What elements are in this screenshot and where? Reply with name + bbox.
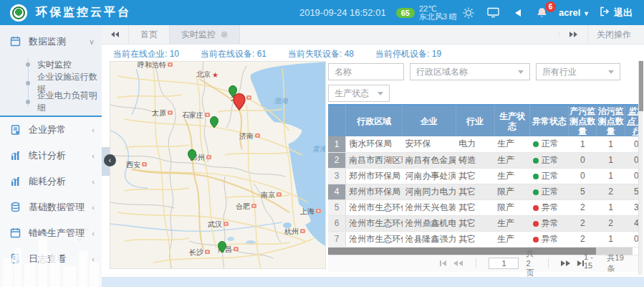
next-page-button[interactable] xyxy=(561,260,570,266)
produce-points-cell: 2 xyxy=(569,215,597,231)
chevron-left-icon: ‹ xyxy=(92,203,95,212)
region-cell: 沧州市生态环保局 xyxy=(346,231,403,247)
map-city-label: 太原 xyxy=(152,109,166,117)
logout-button[interactable]: 退出 xyxy=(600,6,633,19)
last-page-button[interactable] xyxy=(577,260,584,266)
map-city-badge-dot xyxy=(206,251,208,253)
sound-icon[interactable] xyxy=(510,6,524,20)
map-city-badge-dot xyxy=(169,64,170,65)
sidebar-item-5[interactable]: 错峰生产管理‹ xyxy=(0,220,102,246)
column-header[interactable]: 治污监测点数量 xyxy=(597,105,625,136)
sidebar-item-label: 日志查看 xyxy=(29,253,66,265)
logout-icon xyxy=(600,6,610,19)
notification-count-badge[interactable]: 6 xyxy=(545,1,556,12)
table-row[interactable]: 3郑州市环保局河南办事处演示其它生产正常010 xyxy=(328,168,638,184)
tabs-scroll-right-icon[interactable] xyxy=(559,32,587,37)
tab-close-icon[interactable]: ⊗ xyxy=(221,29,228,39)
close-operations-button[interactable]: 关闭操作 xyxy=(587,25,644,44)
record-range-label: 1 - 15 xyxy=(584,253,600,274)
production-status-select[interactable]: 生产状态 xyxy=(328,85,390,102)
table-row[interactable]: 6沧州市生态环保局沧州鼎鑫机电设备其它生产异常224 xyxy=(328,215,638,231)
map-city-badge-dot xyxy=(256,135,258,136)
sidebar-item-label: 数据监测 xyxy=(29,35,66,48)
wind-label: 东北风3 晴 xyxy=(419,13,457,21)
column-header[interactable]: 行业 xyxy=(456,105,494,136)
column-header[interactable]: 企业 xyxy=(403,105,456,136)
page-number-input[interactable] xyxy=(489,258,519,269)
prev-page-button[interactable] xyxy=(453,260,463,266)
status-dot-icon xyxy=(533,141,539,147)
app-window: 环保监控云平台 2019-09-24 16:52:01 65 22℃ 东北风3 … xyxy=(0,0,644,287)
first-page-button[interactable] xyxy=(440,260,446,266)
collapse-map-button[interactable]: ‹ xyxy=(104,154,116,166)
production-status-cell: 限产 xyxy=(494,199,530,215)
produce-points-cell: 0 xyxy=(569,168,597,184)
column-header[interactable]: 产污监测点数量 xyxy=(569,105,597,136)
sidebar-item-label: 企业异常 xyxy=(29,123,66,136)
map-city-label: 上海 xyxy=(299,207,314,215)
column-header[interactable]: 行政区域 xyxy=(346,105,403,136)
industry-cell: 电力 xyxy=(456,136,494,152)
industry-cell: 其它 xyxy=(456,168,494,184)
map-city-label: 武汉 xyxy=(208,220,222,228)
map-city-badge-dot xyxy=(302,230,303,232)
sidebar-item-label: 统计分析 xyxy=(29,149,66,162)
app-title: 环保监控云平台 xyxy=(36,5,131,20)
table-row[interactable]: 2南昌市西湖区环保局南昌有色金属有限公司铸造生产正常010 xyxy=(328,152,638,168)
sidebar-subitem[interactable]: 企业电力负荷明细 xyxy=(0,93,102,111)
tabs-scroll-left-icon[interactable] xyxy=(102,25,129,44)
record-total-label: 共19条 xyxy=(607,253,627,274)
sidebar-item-0[interactable]: 数据监测∨ xyxy=(0,29,102,54)
sidebar-item-2[interactable]: 统计分析‹ xyxy=(0,143,102,169)
map-city-label: 石家庄 xyxy=(182,111,203,119)
sidebar-item-3[interactable]: 能耗分析‹ xyxy=(0,169,102,194)
tab-1[interactable]: 实时监控⊗ xyxy=(169,25,240,44)
industry-cell: 其它 xyxy=(456,215,494,231)
treat-points-cell: 1 xyxy=(597,231,625,247)
row-number-cell: 1 xyxy=(328,136,346,152)
sidebar-item-label: 基础数据管理 xyxy=(29,201,85,214)
chevron-left-icon: ‹ xyxy=(92,126,95,134)
bell-icon[interactable]: 6 xyxy=(534,6,549,20)
chevron-left-icon: ‹ xyxy=(92,177,95,186)
abnormal-status-cell: 正常 xyxy=(530,184,569,199)
map-panel[interactable]: 呼和浩特北京★天津太原石家庄济南西安郑州南京合肥上海武汉杭州长沙南昌渤海黄海 xyxy=(110,61,326,269)
table-row[interactable]: 1衡水环保局安环保电力生产正常110 xyxy=(328,136,638,152)
row-number-cell: 3 xyxy=(328,168,346,184)
column-header[interactable]: 异常状态 xyxy=(530,105,569,136)
column-header[interactable]: 生产状态 xyxy=(494,105,530,136)
table-row[interactable]: 5沧州市生态环保局沧州天兴包装制品其它限产异常213 xyxy=(328,199,638,215)
region-select[interactable]: 行政区域名称 xyxy=(410,63,530,80)
user-menu[interactable]: acrel ▼ xyxy=(559,7,590,18)
region-cell: 沧州市生态环保局 xyxy=(346,215,403,231)
sidebar-item-1[interactable]: 企业异常‹ xyxy=(0,117,102,143)
production-status-cell: 生产 xyxy=(494,136,530,152)
sidebar-item-label: 错峰生产管理 xyxy=(29,227,85,240)
panel-vertical-scrollbar[interactable] xyxy=(638,61,643,275)
total-pages-label: 共2页 xyxy=(526,248,534,276)
column-header[interactable]: 监测点 运行 xyxy=(625,105,638,136)
capital-star-icon: ★ xyxy=(212,71,218,79)
tab-0[interactable]: 首页 xyxy=(129,25,169,44)
platform-logo-icon xyxy=(10,4,27,22)
map-city-label: 合肥 xyxy=(236,202,250,210)
region-cell: 沧州市生态环保局 xyxy=(346,199,403,215)
produce-points-cell: 5 xyxy=(569,184,597,199)
sidebar-item-6[interactable]: 日志查看‹ xyxy=(0,246,102,272)
name-search-input[interactable] xyxy=(328,63,404,80)
screen-icon[interactable] xyxy=(486,6,500,20)
status-stat: 当前停机设备: 19 xyxy=(375,48,441,61)
status-dot-icon xyxy=(533,221,539,227)
sidebar-item-label: 能耗分析 xyxy=(29,175,66,188)
chevron-down-icon xyxy=(378,92,383,95)
industry-cell: 其它 xyxy=(456,199,494,215)
table-row[interactable]: 7沧州市生态环保局沧县隆鑫强力加工其它生产异常210 xyxy=(328,231,638,247)
datetime-display: 2019-09-24 16:52:01 xyxy=(299,7,386,18)
treat-points-cell: 1 xyxy=(597,168,625,184)
status-stat: 当前失联设备: 48 xyxy=(288,48,354,61)
map-city-label: 长沙 xyxy=(189,248,203,256)
industry-select[interactable]: 所有行业 xyxy=(536,63,620,80)
sidebar-item-4[interactable]: 基础数据管理‹ xyxy=(0,194,102,220)
table-row[interactable]: 4郑州市环保局河南同力电力设计院其它限产正常525 xyxy=(328,184,638,199)
produce-points-cell: 2 xyxy=(569,231,597,247)
